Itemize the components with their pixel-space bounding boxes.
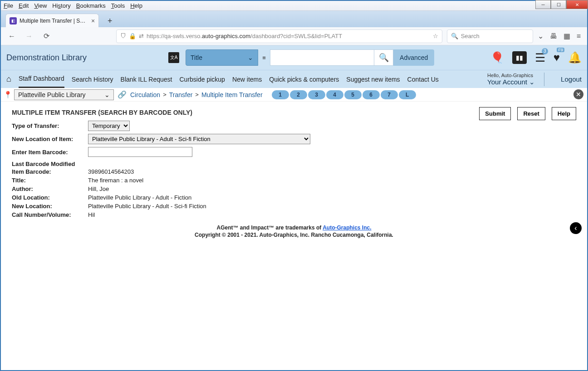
reload-button[interactable]: ⟳ <box>40 30 53 43</box>
nav-staff-dashboard[interactable]: Staff Dashboard <box>19 70 64 88</box>
close-panel-icon[interactable]: ✕ <box>573 89 583 99</box>
step-3[interactable]: 3 <box>308 90 325 99</box>
permissions-icon: ⇄ <box>139 33 144 39</box>
value-newloc2: Platteville Public Library - Adult - Sci… <box>88 203 206 210</box>
nav-menu: ⌂ Staff Dashboard Search History Blank I… <box>1 70 587 88</box>
step-l[interactable]: L <box>399 90 416 99</box>
value-callno: Hil <box>88 211 95 218</box>
nav-curbside[interactable]: Curbside pickup <box>180 71 225 88</box>
crumb-circulation[interactable]: Circulation <box>130 91 160 98</box>
main-content: Submit Reset Help MULTIPLE ITEM TRANSFER… <box>1 102 587 245</box>
label-callno: Call Number/Volume: <box>12 211 88 218</box>
link-icon: 🔗 <box>118 90 127 99</box>
url-text: https://qa-swls.verso.auto-graphics.com/… <box>147 33 433 39</box>
label-newloc2: New Location: <box>12 203 88 210</box>
tab-strip: ◧ Multiple Item Transfer | SWLS | p × + <box>1 11 587 27</box>
step-pills: 1 2 3 4 5 6 7 L <box>271 90 416 99</box>
url-bar: ← → ⟳ ⛉ 🔒 ⇄ https://qa-swls.verso.auto-g… <box>1 27 587 45</box>
catalog-search-input[interactable] <box>270 49 374 66</box>
extensions-icon[interactable]: ▦ <box>564 32 570 40</box>
maximize-button[interactable]: ☐ <box>551 0 566 9</box>
step-5[interactable]: 5 <box>344 90 362 99</box>
nav-contact[interactable]: Contact Us <box>407 71 439 88</box>
notifications-icon[interactable]: 🔔 <box>568 51 582 64</box>
step-2[interactable]: 2 <box>290 90 307 99</box>
window-controls: ─ ☐ ✕ <box>535 0 588 9</box>
value-item-barcode: 39896014564203 <box>88 168 134 175</box>
menu-help[interactable]: Help <box>130 2 142 9</box>
submit-button[interactable]: Submit <box>479 107 511 120</box>
print-icon[interactable]: 🖶 <box>550 32 557 40</box>
menu-tools[interactable]: Tools <box>111 2 125 9</box>
tab-close-icon[interactable]: × <box>91 17 95 24</box>
lock-icon: 🔒 <box>129 33 136 39</box>
new-location-select[interactable]: Platteville Public Library - Adult - Sci… <box>88 134 310 144</box>
label-item-barcode: Item Barcode: <box>12 168 88 175</box>
footer-link[interactable]: Auto-Graphics Inc. <box>323 225 371 231</box>
balloon-icon[interactable]: 🎈 <box>490 51 504 64</box>
step-1[interactable]: 1 <box>272 90 289 99</box>
menu-view[interactable]: View <box>34 2 47 9</box>
menu-history[interactable]: History <box>52 2 70 9</box>
search-type-dropdown[interactable]: Title ⌄ <box>186 49 258 66</box>
favicon-icon: ◧ <box>10 17 17 24</box>
nav-quick-picks[interactable]: Quick picks & computers <box>269 71 339 88</box>
url-field[interactable]: ⛉ 🔒 ⇄ https://qa-swls.verso.auto-graphic… <box>116 29 442 43</box>
footer: AGent™ and Impact™ are trademarks of Aut… <box>12 225 576 238</box>
type-of-transfer-select[interactable]: Temporary <box>88 121 130 131</box>
location-dropdown[interactable]: Platteville Public Library ⌄ <box>14 89 114 100</box>
reset-button[interactable]: Reset <box>517 107 545 120</box>
value-author: Hill, Joe <box>88 186 109 192</box>
chevron-down-icon: ⌄ <box>104 91 110 98</box>
chevron-down-icon: ⌄ <box>248 54 253 61</box>
header-right: 🎈 ▮▮ ☰3 ♥F9 🔔 <box>490 51 582 65</box>
search-button[interactable]: 🔍 <box>374 49 393 66</box>
toolbar-icons: ⌄ 🖶 ▦ ≡ <box>538 32 583 40</box>
crumb-multiple-item-transfer[interactable]: Multiple Item Transfer <box>201 91 263 98</box>
label-type: Type of Transfer: <box>12 122 88 129</box>
nav-new-items[interactable]: New items <box>232 71 262 88</box>
nav-search-history[interactable]: Search History <box>72 71 113 88</box>
shield-icon: ⛉ <box>120 33 126 39</box>
help-button[interactable]: Help <box>552 107 576 120</box>
side-collapse-icon[interactable]: ‹ <box>570 222 582 234</box>
pocket-icon[interactable]: ⌄ <box>538 32 544 40</box>
menu-file[interactable]: File <box>4 2 13 9</box>
advanced-search-button[interactable]: Advanced <box>393 49 434 66</box>
scan-icon[interactable]: ▮▮ <box>512 51 527 64</box>
language-icon[interactable]: 文A <box>168 52 179 63</box>
browser-tab[interactable]: ◧ Multiple Item Transfer | SWLS | p × <box>5 14 99 27</box>
step-6[interactable]: 6 <box>363 90 380 99</box>
menu-edit[interactable]: Edit <box>19 2 29 9</box>
library-title: Demonstration Library <box>6 53 87 63</box>
close-window-button[interactable]: ✕ <box>566 0 588 9</box>
home-icon[interactable]: ⌂ <box>6 74 11 84</box>
label-barcode: Enter Item Barcode: <box>12 149 88 156</box>
account-block[interactable]: Hello, Auto-Graphics Your Account ⌄ <box>487 73 544 86</box>
nav-blank-ill[interactable]: Blank ILL Request <box>121 71 172 88</box>
label-newloc: New Location of Item: <box>12 136 88 142</box>
label-lastmod: Last Barcode Modified <box>12 161 576 167</box>
label-oldloc: Old Location: <box>12 194 88 201</box>
logout-link[interactable]: Logout <box>561 75 582 83</box>
breadcrumb-bar: 📍 Platteville Public Library ⌄ 🔗 Circula… <box>1 88 587 102</box>
hamburger-icon[interactable]: ≡ <box>577 32 581 40</box>
location-pin-icon: 📍 <box>4 91 12 99</box>
favorites-icon[interactable]: ♥F9 <box>554 51 560 64</box>
crumb-transfer[interactable]: Transfer <box>169 91 193 98</box>
step-7[interactable]: 7 <box>381 90 398 99</box>
minimize-button[interactable]: ─ <box>535 0 551 9</box>
search-cluster: 文A Title ⌄ ≡ 🔍 Advanced <box>168 49 434 66</box>
browser-search-field[interactable]: 🔍 Search <box>447 29 533 43</box>
lists-icon[interactable]: ☰3 <box>535 51 545 65</box>
barcode-input[interactable] <box>88 147 192 157</box>
new-tab-button[interactable]: + <box>103 15 116 27</box>
nav-suggest[interactable]: Suggest new items <box>346 71 400 88</box>
database-icon[interactable]: ≡ <box>258 49 270 66</box>
action-buttons: Submit Reset Help <box>479 107 576 120</box>
menu-bookmarks[interactable]: Bookmarks <box>76 2 106 9</box>
forward-button[interactable]: → <box>23 30 35 43</box>
star-icon[interactable]: ☆ <box>433 33 438 39</box>
step-4[interactable]: 4 <box>326 90 343 99</box>
back-button[interactable]: ← <box>5 30 18 43</box>
